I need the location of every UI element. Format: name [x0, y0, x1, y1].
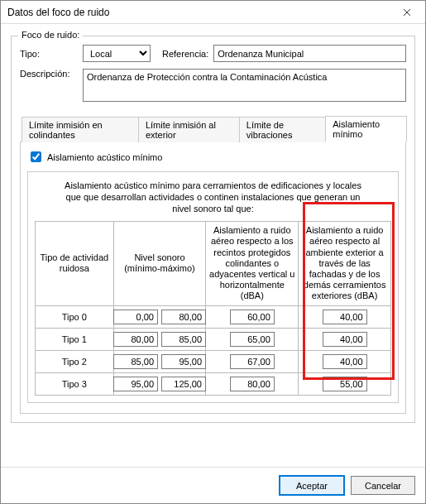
- th-ais-exterior: Aislamiento a ruido aéreo respecto al am…: [299, 222, 391, 305]
- input-ais-ext[interactable]: [323, 310, 367, 324]
- tab-panel-aislamiento: Aislamiento acústico mínimo Aislamiento …: [20, 142, 406, 414]
- ok-button[interactable]: Aceptar: [280, 476, 344, 495]
- dialog-body: Foco de ruido: Tipo: Local Referencia: D…: [1, 24, 425, 467]
- table-row: Tipo 0: [36, 305, 391, 328]
- input-max[interactable]: [161, 310, 206, 324]
- dialog-footer: Aceptar Cancelar: [1, 467, 425, 503]
- table-row: Tipo 2: [36, 350, 391, 372]
- input-ais-ext[interactable]: [323, 377, 367, 391]
- table-header-row: Tipo de actividad ruidosa Nivel sonoro (…: [36, 222, 391, 305]
- th-tipo: Tipo de actividad ruidosa: [36, 222, 114, 305]
- input-ais-col[interactable]: [230, 354, 275, 369]
- tab-exterior[interactable]: Límite inmisión al exterior: [138, 117, 240, 142]
- aislamiento-table: Tipo de actividad ruidosa Nivel sonoro (…: [35, 221, 391, 395]
- checkbox-aislamiento-label: Aislamiento acústico mínimo: [47, 152, 162, 162]
- row-descripcion: Descripción:: [20, 69, 406, 102]
- th-nivel: Nivel sonoro (mínimo-máximo): [113, 222, 206, 305]
- input-referencia[interactable]: [213, 45, 406, 62]
- input-min[interactable]: [113, 354, 158, 369]
- th-ais-colindantes: Aislamiento a ruido aéreo respecto a los…: [206, 222, 299, 305]
- table-row: Tipo 3: [36, 372, 391, 395]
- close-icon: [403, 8, 411, 17]
- textarea-descripcion[interactable]: [83, 69, 406, 102]
- tab-aislamiento[interactable]: Aislamiento mínimo: [325, 116, 407, 142]
- label-tipo: Tipo:: [20, 49, 78, 59]
- cell-tipo: Tipo 3: [36, 372, 114, 395]
- input-max[interactable]: [161, 377, 206, 391]
- select-tipo[interactable]: Local: [83, 45, 151, 62]
- dialog-window: Datos del foco de ruido Foco de ruido: T…: [0, 0, 426, 504]
- table-caption: Aislamiento acústico mínimo para cerrami…: [35, 179, 391, 221]
- checkbox-aislamiento-input[interactable]: [31, 151, 41, 162]
- tab-strip: Límite inmisión en colindantes Límite in…: [20, 115, 406, 142]
- row-tipo: Tipo: Local Referencia:: [20, 45, 406, 62]
- checkbox-aislamiento[interactable]: Aislamiento acústico mínimo: [27, 149, 399, 165]
- tabs-container: Límite inmisión en colindantes Límite in…: [20, 115, 406, 414]
- input-min[interactable]: [113, 377, 158, 391]
- tab-colindantes[interactable]: Límite inmisión en colindantes: [22, 117, 139, 142]
- input-min[interactable]: [113, 310, 158, 324]
- input-ais-ext[interactable]: [323, 332, 367, 347]
- cancel-button[interactable]: Cancelar: [351, 476, 415, 495]
- input-max[interactable]: [161, 332, 206, 347]
- input-ais-col[interactable]: [230, 332, 275, 347]
- window-title: Datos del foco de ruido: [7, 7, 389, 18]
- label-referencia: Referencia:: [162, 49, 208, 59]
- titlebar: Datos del foco de ruido: [1, 1, 425, 24]
- close-button[interactable]: [389, 1, 425, 24]
- group-foco: Foco de ruido: Tipo: Local Referencia: D…: [11, 36, 415, 423]
- table-box: Aislamiento acústico mínimo para cerrami…: [27, 171, 399, 403]
- input-max[interactable]: [161, 354, 206, 369]
- group-legend: Foco de ruido:: [18, 30, 83, 40]
- input-ais-col[interactable]: [230, 377, 275, 391]
- tab-vibraciones[interactable]: Límite de vibraciones: [239, 117, 326, 142]
- cell-tipo: Tipo 1: [36, 328, 114, 350]
- input-min[interactable]: [113, 332, 158, 347]
- table-row: Tipo 1: [36, 328, 391, 350]
- input-ais-col[interactable]: [230, 310, 275, 324]
- label-descripcion: Descripción:: [20, 69, 78, 79]
- cell-tipo: Tipo 2: [36, 350, 114, 372]
- cell-tipo: Tipo 0: [36, 305, 114, 328]
- input-ais-ext[interactable]: [323, 354, 367, 369]
